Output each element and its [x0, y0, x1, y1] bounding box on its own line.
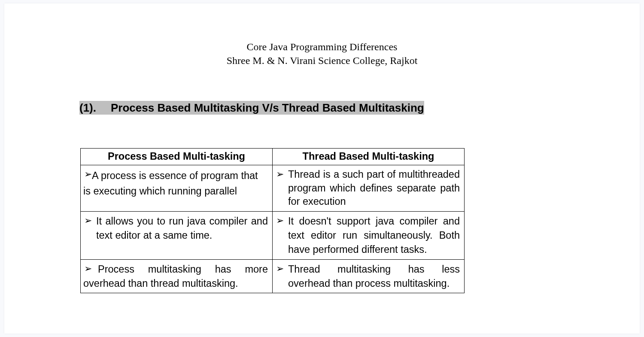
header-title-line2: Shree M. & N. Virani Science College, Ra…: [79, 54, 565, 67]
cell-content: ➢ It allows you to run java compiler and…: [83, 214, 268, 243]
section-number: (1).: [79, 101, 96, 114]
table-cell-left: ➢ Process multitasking has more overhead…: [81, 259, 273, 293]
cell-content: ➢ A process is essence of program that i…: [83, 168, 268, 199]
cell-text: A process is essence of program that is …: [83, 170, 258, 197]
document-page: Core Java Programming Differences Shree …: [4, 3, 640, 334]
bullet-icon: ➢: [84, 215, 92, 227]
bullet-icon: ➢: [276, 168, 284, 181]
cell-content: ➢ Thread is a such part of multithreaded…: [275, 168, 460, 209]
cell-text: Thread is a such part of multithreaded p…: [288, 168, 460, 209]
table-row: ➢ It allows you to run java compiler and…: [81, 211, 465, 259]
cell-content: ➢ Thread multitasking has less overhead …: [275, 262, 460, 291]
header-title-line1: Core Java Programming Differences: [79, 40, 565, 54]
cell-text: It doesn't support java compiler and tex…: [288, 214, 460, 257]
table-row: ➢ Process multitasking has more overhead…: [81, 259, 465, 293]
section-heading: (1).Process Based Multitasking V/s Threa…: [79, 101, 565, 115]
cell-content: ➢ It doesn't support java compiler and t…: [275, 214, 460, 257]
table-cell-right: ➢ Thread is a such part of multithreaded…: [273, 165, 465, 211]
cell-text: Process multitasking has more overhead t…: [83, 262, 268, 291]
bullet-icon: ➢: [276, 263, 284, 275]
table-header-right: Thread Based Multi-tasking: [273, 148, 465, 165]
table-header-left: Process Based Multi-tasking: [81, 148, 273, 165]
table-cell-right: ➢ It doesn't support java compiler and t…: [273, 211, 465, 259]
table-header-row: Process Based Multi-tasking Thread Based…: [81, 148, 465, 165]
table-cell-left: ➢ It allows you to run java compiler and…: [81, 211, 273, 259]
document-header: Core Java Programming Differences Shree …: [79, 40, 565, 68]
bullet-icon: ➢: [84, 168, 92, 181]
table-row: ➢ A process is essence of program that i…: [81, 165, 465, 211]
table-cell-right: ➢ Thread multitasking has less overhead …: [273, 259, 465, 293]
section-title-text: Process Based Multitasking V/s Thread Ba…: [111, 101, 424, 114]
comparison-table: Process Based Multi-tasking Thread Based…: [80, 148, 465, 294]
bullet-icon: ➢: [84, 263, 92, 275]
cell-text: It allows you to run java compiler and t…: [96, 214, 268, 243]
table-cell-left: ➢ A process is essence of program that i…: [81, 165, 273, 211]
cell-text: Thread multitasking has less overhead th…: [288, 262, 460, 291]
cell-content: ➢ Process multitasking has more overhead…: [83, 262, 268, 291]
bullet-icon: ➢: [276, 215, 284, 227]
